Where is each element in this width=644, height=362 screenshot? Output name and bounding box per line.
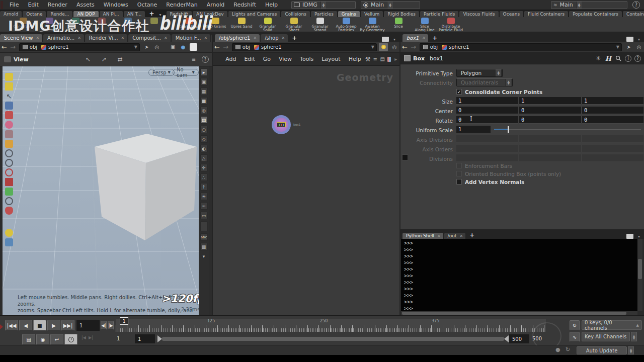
close-icon[interactable]: ✕ bbox=[121, 36, 125, 40]
keyframe-options-icon[interactable]: ↻ bbox=[570, 320, 580, 330]
play-button[interactable]: ▶ bbox=[47, 320, 60, 331]
menu-item[interactable]: Windows bbox=[99, 2, 133, 8]
pane-tab[interactable]: /obj/sphere1✕ bbox=[215, 34, 260, 42]
node-ring[interactable] bbox=[272, 115, 291, 134]
camera-menu[interactable]: No cam▼ bbox=[173, 69, 199, 76]
path-node[interactable]: sphere1 bbox=[48, 44, 68, 50]
view-mode-icon[interactable] bbox=[4, 56, 11, 62]
shelf-tool[interactable]: Auto-Sleep Particles bbox=[333, 18, 359, 32]
tool-icon[interactable] bbox=[5, 178, 13, 186]
lamp-icon[interactable] bbox=[379, 43, 388, 51]
new-tab-button[interactable]: + bbox=[466, 232, 477, 239]
step-forward-button[interactable]: |▶ bbox=[108, 321, 114, 330]
shelf-tab[interactable]: Lights and Cameras bbox=[228, 11, 281, 17]
center-x-field[interactable]: 0 bbox=[456, 107, 518, 114]
menu-item[interactable]: Help bbox=[261, 2, 282, 8]
new-tab-button[interactable]: + bbox=[289, 35, 300, 42]
scene-selector[interactable]: ● Main ▲▼ bbox=[361, 1, 420, 9]
select-cursor-icon[interactable]: ↖ bbox=[84, 55, 92, 63]
node-name-field[interactable]: box1 bbox=[430, 55, 593, 62]
spinner-icon[interactable]: ▲▼ bbox=[628, 346, 634, 354]
menu-item[interactable]: Layout bbox=[317, 56, 344, 62]
select-arrow-icon[interactable]: ↗ bbox=[100, 55, 108, 63]
pane-tab[interactable]: Render Vi...✕ bbox=[85, 34, 127, 42]
select-arrow-icon[interactable]: ↖ bbox=[5, 92, 13, 100]
pane-splitter-marker[interactable] bbox=[0, 324, 3, 329]
takes-selector[interactable]: ≋ Main ▲▼ bbox=[551, 1, 627, 9]
vertex-normals-checkbox[interactable] bbox=[456, 179, 462, 185]
menu-item[interactable]: Render bbox=[43, 2, 72, 8]
shelf-tab[interactable]: Oceans bbox=[500, 11, 523, 17]
axis-icon[interactable]: ✛ bbox=[200, 164, 208, 171]
range-slider-track[interactable] bbox=[162, 337, 504, 341]
chevron-down-icon[interactable]: ▾ bbox=[200, 252, 208, 260]
expand-icon[interactable]: ▸ bbox=[200, 68, 208, 76]
desktop-selector[interactable]: IDMG ▲▼ bbox=[291, 1, 356, 9]
pane-layout-icon[interactable] bbox=[626, 234, 633, 239]
shelf-tab[interactable]: Rende... bbox=[47, 11, 72, 17]
persp-menu[interactable]: Persp▼ bbox=[148, 69, 175, 76]
spinner-icon[interactable]: ▲▼ bbox=[320, 2, 327, 9]
tool-icon[interactable] bbox=[5, 130, 13, 138]
menu-item[interactable]: File bbox=[5, 2, 23, 8]
rotate-x-field[interactable]: 0 bbox=[456, 116, 518, 124]
back-button[interactable]: ← bbox=[402, 43, 408, 51]
tool-icon[interactable] bbox=[5, 188, 13, 196]
tree-view-icon[interactable]: ≡ bbox=[372, 55, 378, 63]
shelf-tab[interactable]: Vellum bbox=[361, 11, 383, 17]
light-icon[interactable]: ☀ bbox=[200, 193, 208, 200]
consolidate-checkbox[interactable]: ✓ bbox=[456, 89, 462, 95]
menu-item[interactable]: Octane bbox=[133, 2, 162, 8]
handles-icon[interactable]: ⇄ bbox=[116, 55, 124, 63]
back-button[interactable]: ← bbox=[2, 43, 7, 51]
pane-tab[interactable]: Composit...✕ bbox=[128, 34, 170, 42]
rotate-z-field[interactable]: 0 bbox=[582, 116, 643, 124]
simulation-reset-button[interactable]: ↩ bbox=[50, 334, 63, 345]
shelf-tab[interactable]: Arnold bbox=[0, 11, 22, 17]
menu-item[interactable]: Edit bbox=[240, 56, 259, 62]
link-target-icon[interactable]: ◎ bbox=[153, 43, 161, 51]
slider-handle[interactable] bbox=[508, 126, 509, 133]
tool-icon[interactable] bbox=[5, 168, 13, 176]
menu-item[interactable]: Go bbox=[259, 56, 275, 62]
close-icon[interactable]: ✕ bbox=[164, 36, 168, 40]
center-z-field[interactable]: 0 bbox=[582, 107, 643, 114]
close-icon[interactable]: ✕ bbox=[36, 36, 39, 40]
color-swatch[interactable] bbox=[190, 43, 197, 51]
shelf-tool[interactable]: Granular Sheet bbox=[281, 18, 307, 32]
shelf-tab[interactable]: Viscous Fluids bbox=[459, 11, 498, 17]
tool-icon[interactable] bbox=[5, 229, 13, 237]
spinner-icon[interactable]: ▲▼ bbox=[576, 2, 582, 9]
shelf-tab[interactable]: Octane bbox=[23, 11, 46, 17]
wire-icon[interactable]: △ bbox=[200, 154, 208, 162]
jump-start-button[interactable]: |◀◀ bbox=[5, 320, 18, 331]
fog-icon[interactable]: ≈ bbox=[200, 202, 208, 210]
menu-item[interactable]: Help bbox=[345, 56, 365, 62]
pane-tab[interactable]: /shop✕ bbox=[261, 34, 288, 42]
menubar-handle[interactable] bbox=[1, 1, 3, 9]
forward-button[interactable]: → bbox=[223, 43, 228, 51]
search-icon[interactable] bbox=[614, 54, 622, 62]
follow-playbar-button[interactable]: ▤ bbox=[22, 334, 35, 345]
play-reverse-button[interactable]: ◀ bbox=[19, 320, 32, 331]
menu-item[interactable]: Redshift bbox=[229, 2, 261, 8]
path-node[interactable]: sphere1 bbox=[261, 44, 281, 50]
menu-item[interactable]: Arnold bbox=[202, 2, 229, 8]
range-end-field[interactable]: 500 bbox=[509, 334, 529, 343]
snap-icon[interactable]: ▤ bbox=[200, 116, 208, 124]
range-end-handle[interactable] bbox=[504, 335, 509, 342]
shelf-tool[interactable]: Awaken By Geometry bbox=[359, 18, 385, 32]
snapshot-icon[interactable]: ▩ bbox=[200, 243, 208, 250]
uniform-scale-field[interactable]: 1 bbox=[456, 126, 491, 133]
close-icon[interactable]: ✕ bbox=[437, 234, 441, 238]
rotate-y-field[interactable]: 0 bbox=[519, 116, 581, 124]
pane-layout-icon[interactable] bbox=[626, 37, 633, 42]
tool-icon[interactable] bbox=[5, 111, 13, 119]
path-root[interactable]: obj bbox=[30, 44, 37, 50]
lock-icon[interactable]: ■ bbox=[200, 97, 208, 105]
spinner-icon[interactable]: ▲▼ bbox=[631, 332, 637, 341]
path-node[interactable]: sphere1 bbox=[449, 44, 469, 50]
shelf-tab[interactable]: AN DOP bbox=[73, 11, 98, 17]
tool-icon[interactable] bbox=[5, 73, 13, 81]
keys-info-dropdown[interactable]: 0 keys, 0/0 channels▲ bbox=[582, 320, 642, 330]
